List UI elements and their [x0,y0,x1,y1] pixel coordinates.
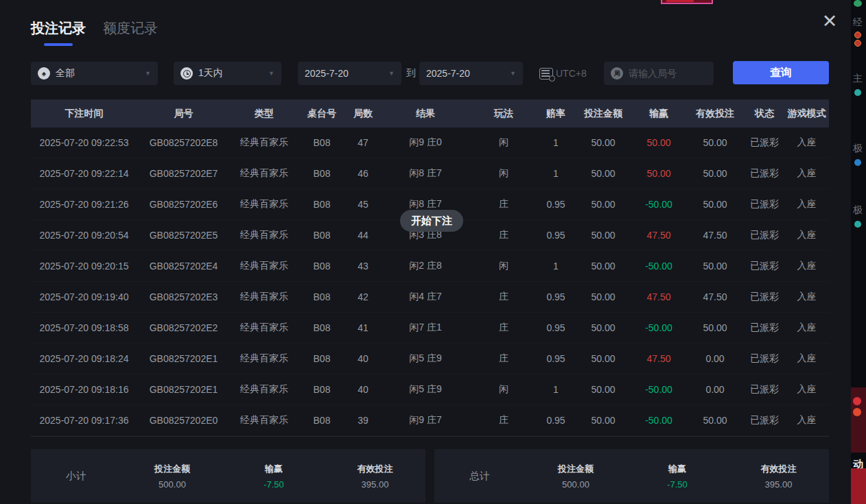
cell-game_type: 经典百家乐 [230,414,299,427]
timezone-indicator[interactable]: UTC+8 [539,62,587,85]
cell-mode: 入座 [784,414,829,427]
cell-mode: 入座 [784,167,829,180]
chevron-down-icon: ▼ [145,70,151,77]
cell-valid_bet: 50.00 [686,168,745,179]
total-winloss: 输赢 -7.50 [627,463,728,490]
cell-valid_bet: 0.00 [686,384,745,395]
cell-round_no: 40 [345,384,381,395]
cell-play: 庄 [470,322,537,334]
bet-amount-label: 投注金额 [525,463,627,475]
cell-play: 庄 [470,291,537,303]
cell-time: 2025-07-20 09:20:15 [31,261,137,272]
time-range-dropdown[interactable]: 1天内 ▼ [174,62,281,85]
round-search-box[interactable]: 局 [604,62,714,85]
cell-time: 2025-07-20 09:22:53 [31,137,137,148]
cell-game_type: 经典百家乐 [230,352,299,365]
cell-bet_amount: 50.00 [574,261,632,272]
cell-result: 闲9 庄7 [381,414,470,427]
cell-result: 闲8 庄7 [381,167,470,180]
cell-bet_amount: 50.00 [574,384,632,395]
query-button[interactable]: 查询 [733,61,829,84]
date-to-dropdown[interactable]: 2025-7-20 ▼ [419,62,523,85]
date-from-dropdown[interactable]: 2025-7-20 ▼ [298,62,401,85]
partial-top-badge [661,0,713,4]
betting-table: 下注时间局号类型桌台号局数结果玩法赔率投注金额输赢有效投注状态游戏模式 2025… [31,99,829,436]
valid-bet-label: 有效投注 [728,463,829,475]
table-row: 2025-07-20 09:17:36GB08257202E0经典百家乐B083… [31,405,829,436]
cell-round_id: GB08257202E8 [137,137,230,148]
active-tab-underline [44,43,73,46]
cell-valid_bet: 50.00 [686,322,745,333]
cell-play: 闲 [470,136,537,149]
cell-odds: 0.95 [537,415,574,426]
cell-game_type: 经典百家乐 [230,229,299,241]
header-play: 玩法 [470,108,537,120]
lobby-bottom-bar [851,468,866,504]
cell-round_id: GB08257202E0 [137,415,230,426]
cell-play: 庄 [470,198,537,211]
cell-table_no: B08 [299,415,345,426]
summary-total: 总计 投注金额 500.00 输赢 -7.50 有效投注 395.00 [434,449,829,503]
round-search-input[interactable] [629,68,707,79]
subtotal-title: 小计 [31,470,121,483]
cell-odds: 0.95 [537,291,574,302]
cell-play: 闲 [470,167,537,180]
game-type-value: 全部 [56,67,75,80]
date-to-separator: 到 [406,62,416,85]
cell-winloss: 50.00 [632,168,686,179]
cell-bet_amount: 50.00 [574,322,632,333]
cell-round_id: GB08257202E2 [137,322,230,333]
cell-time: 2025-07-20 09:20:54 [31,230,137,241]
cell-mode: 入座 [784,260,829,272]
cell-mode: 入座 [784,229,829,241]
bet-amount-value: 500.00 [121,479,223,490]
time-range-value: 1天内 [198,67,223,80]
cell-table_no: B08 [299,353,345,364]
table-row: 2025-07-20 09:19:40GB08257202E3经典百家乐B084… [31,282,829,313]
cell-mode: 入座 [784,291,829,303]
round-number-icon: 局 [611,67,623,80]
subtotal-bet: 投注金额 500.00 [121,463,223,490]
cell-odds: 1 [537,384,574,395]
cell-round_id: GB08257202E3 [137,291,230,302]
cell-status: 已派彩 [745,414,784,427]
cell-odds: 1 [537,168,574,179]
subtotal-valid: 有效投注 395.00 [325,463,425,490]
cell-round_no: 39 [345,415,381,426]
winloss-value: -7.50 [223,479,325,490]
cell-game_type: 经典百家乐 [230,136,299,149]
header-game_type: 类型 [230,108,299,120]
cell-bet_amount: 50.00 [574,353,632,364]
cell-result: 闲2 庄8 [381,260,470,272]
close-icon[interactable]: ✕ [819,11,840,32]
cell-valid_bet: 0.00 [686,353,745,364]
cell-odds: 0.95 [537,322,574,333]
game-type-dropdown[interactable]: ♠ 全部 ▼ [31,62,158,85]
cell-valid_bet: 50.00 [686,415,745,426]
cell-status: 已派彩 [745,383,784,396]
tab-bet-records[interactable]: 投注记录 [31,19,86,46]
cell-play: 庄 [470,352,537,365]
table-row: 2025-07-20 09:18:24GB08257202E1经典百家乐B084… [31,344,829,374]
cell-table_no: B08 [299,230,345,241]
cell-table_no: B08 [299,384,345,395]
cell-valid_bet: 50.00 [686,199,745,210]
winloss-label: 输赢 [627,463,728,475]
cell-time: 2025-07-20 09:19:40 [31,291,137,302]
summary-subtotal: 小计 投注金额 500.00 输赢 -7.50 有效投注 395.00 [31,449,425,503]
cell-mode: 入座 [784,352,829,365]
cell-bet_amount: 50.00 [574,230,632,241]
tab-quota-records[interactable]: 额度记录 [103,19,158,46]
cell-winloss: 50.00 [632,137,686,148]
valid-bet-label: 有效投注 [325,463,425,475]
cell-game_type: 经典百家乐 [230,167,299,180]
cell-winloss: -50.00 [632,384,686,395]
cell-status: 已派彩 [745,198,784,211]
cell-result: 闲5 庄9 [381,352,470,365]
header-valid_bet: 有效投注 [686,108,745,120]
background-lobby-strip: 经 主 极 极 动 [851,0,866,504]
cell-round_no: 46 [345,168,381,179]
cell-mode: 入座 [784,136,829,149]
cell-play: 庄 [470,414,537,427]
cell-round_no: 47 [345,137,381,148]
